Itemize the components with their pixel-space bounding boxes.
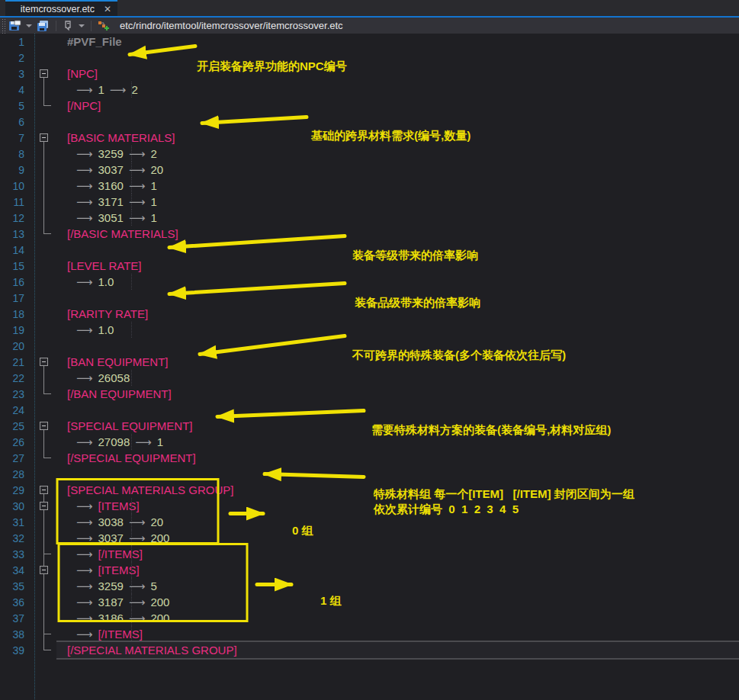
code-line[interactable] [55,242,739,258]
line-number: 22 [0,372,34,384]
fold-margin [34,402,55,418]
code-line[interactable] [55,50,739,66]
tab-title: itemcrossover.etc [16,4,99,14]
code-tag: [ITEMS] [98,498,140,514]
code-line[interactable]: ⟶[ITEMS] [55,562,739,578]
line-number: 10 [0,180,34,192]
tab-arrow-glyph: ⟶ [110,82,127,98]
code-line[interactable]: [LEVEL RATE] [55,258,739,274]
code-line[interactable]: [BASIC MATERIALS] [55,130,739,146]
fold-marker-start2[interactable] [34,562,55,578]
fold-margin [34,50,55,66]
code-row-37: 37⟶3186⟶200 [0,610,739,626]
line-number: 36 [0,596,34,608]
code-line[interactable] [55,114,739,130]
code-line[interactable]: ⟶[/ITEMS] [55,546,739,562]
code-line[interactable]: [NPC] [55,66,739,82]
tab-arrow-glyph: ⟶ [76,546,93,562]
code-line[interactable]: [/NPC] [55,98,739,114]
save-dropdown-caret[interactable] [26,24,32,27]
tab-itemcrossover[interactable]: itemcrossover.etc ✕ [5,0,117,16]
save-all-icon [37,20,50,32]
save-button[interactable] [6,18,24,34]
code-line[interactable]: ⟶1.0 [55,322,739,338]
tool-dropdown-caret[interactable] [79,24,85,27]
indent-guide [131,514,132,530]
code-line[interactable]: ⟶3259⟶5 [55,578,739,594]
tool-button[interactable] [60,18,76,34]
code-line[interactable]: #PVF_File [55,34,739,50]
code-val: 3171 [98,194,124,210]
code-line[interactable]: [SPECIAL EQUIPMENT] [55,418,739,434]
code-line[interactable]: [/SPECIAL EQUIPMENT] [55,450,739,466]
code-row-35: 35⟶3259⟶5 [0,578,739,594]
code-line[interactable]: ⟶3171⟶1 [55,194,739,210]
code-line[interactable]: ⟶3186⟶200 [55,610,739,626]
line-number: 27 [0,452,34,464]
code-val: 3038 [98,514,124,530]
code-tag: [BAN EQUIPMENT] [67,354,169,370]
line-number: 31 [0,516,34,528]
line-number: 38 [0,628,34,641]
fold-marker-end [34,450,55,466]
line-number: 15 [0,260,34,272]
code-line[interactable]: [RARITY RATE] [55,306,739,322]
code-row-9: 9⟶3037⟶20 [0,162,739,178]
toolbar-grip[interactable] [1,18,6,34]
tab-arrow-glyph: ⟶ [76,162,93,178]
code-line[interactable] [55,290,739,306]
code-line[interactable]: ⟶3038⟶20 [55,514,739,530]
line-number: 23 [0,388,34,400]
code-line[interactable]: [/BASIC MATERIALS] [55,226,739,242]
code-line[interactable]: ⟶[/ITEMS] [55,626,739,642]
code-line[interactable]: ⟶3160⟶1 [55,178,739,194]
code-editor[interactable]: 1#PVF_File23[NPC]4⟶1⟶25[/NPC]67[BASIC MA… [0,34,739,699]
code-line[interactable] [55,338,739,354]
code-row-24: 24 [0,402,739,418]
code-line[interactable]: ⟶1.0 [55,274,739,290]
code-line[interactable]: ⟶3259⟶2 [55,146,739,162]
code-line[interactable]: ⟶3037⟶20 [55,162,739,178]
code-val: 1.0 [98,322,114,338]
tab-arrow-glyph: ⟶ [76,530,93,546]
code-line[interactable]: [SPECIAL MATERIALS GROUP] [55,482,739,498]
fold-marker-start[interactable] [34,482,55,498]
code-line[interactable]: ⟶1⟶2 [55,82,739,98]
code-val: 27098 [98,434,130,450]
code-line[interactable]: [BAN EQUIPMENT] [55,354,739,370]
line-number: 4 [0,84,34,96]
code-line[interactable] [55,402,739,418]
tab-arrow-glyph: ⟶ [76,626,93,642]
code-line[interactable]: ⟶3037⟶200 [55,530,739,546]
code-val: 20 [150,514,163,530]
fold-marker-end [34,642,55,658]
indent-guide [131,434,132,450]
code-tag: [SPECIAL EQUIPMENT] [67,418,192,434]
line-number: 21 [0,356,34,368]
tree-add-button[interactable] [95,18,112,34]
indent-guide [131,162,132,178]
code-line[interactable]: [/SPECIAL MATERIALS GROUP] [55,642,739,658]
code-row-15: 15[LEVEL RATE] [0,258,739,274]
save-all-button[interactable] [34,18,52,34]
code-line[interactable]: ⟶3051⟶1 [55,210,739,226]
code-line[interactable]: [/BAN EQUIPMENT] [55,386,739,402]
code-tag: [/SPECIAL EQUIPMENT] [67,450,196,466]
code-line[interactable]: ⟶3187⟶200 [55,594,739,610]
line-number: 12 [0,212,34,224]
fold-marker-mid [34,514,55,530]
code-tag: [NPC] [67,66,98,82]
code-line[interactable]: ⟶27098⟶1 [55,434,739,450]
code-line[interactable]: ⟶[ITEMS] [55,498,739,514]
code-line[interactable]: ⟶26058 [55,370,739,386]
code-line[interactable] [55,466,739,482]
line-number: 14 [0,244,34,256]
fold-marker-start[interactable] [34,66,55,82]
fold-marker-start[interactable] [34,354,55,370]
code-tag: [LEVEL RATE] [67,258,142,274]
fold-marker-start[interactable] [34,418,55,434]
fold-marker-start2[interactable] [34,498,55,514]
close-icon[interactable]: ✕ [104,4,111,14]
code-val: 3037 [98,162,124,178]
fold-marker-start[interactable] [34,130,55,146]
